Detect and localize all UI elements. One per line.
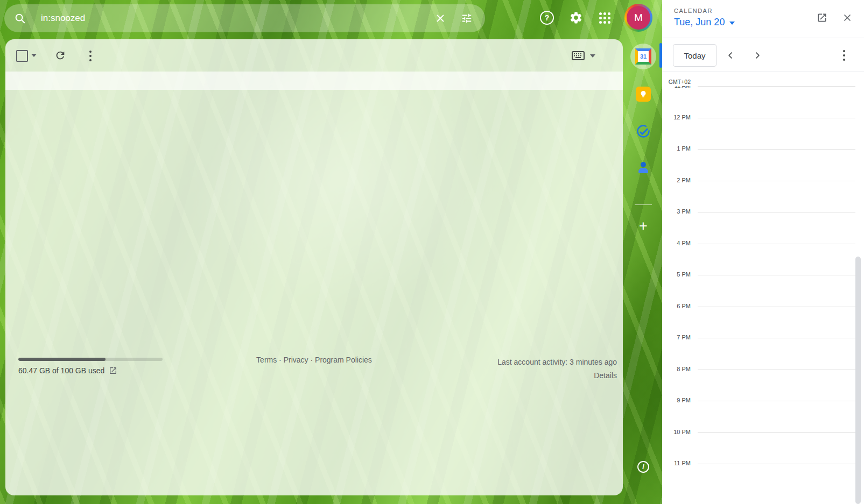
empty-list-row — [5, 72, 623, 90]
input-tools-selector[interactable] — [572, 51, 595, 60]
get-addons-plus-icon[interactable]: + — [636, 218, 651, 233]
contacts-person-icon — [641, 162, 646, 167]
hour-gridline — [698, 149, 855, 150]
hour-gridline — [698, 464, 855, 464]
calendar-grid-header: GMT+02 — [662, 72, 864, 86]
hour-label: 11 PM — [674, 460, 691, 466]
hour-gridline — [698, 275, 855, 275]
keep-tab[interactable] — [636, 87, 651, 102]
info-icon[interactable]: i — [637, 461, 649, 473]
google-apps-icon[interactable] — [598, 11, 611, 24]
footer-link[interactable]: Terms — [256, 356, 277, 364]
keep-bulb-icon — [638, 89, 648, 99]
hour-label: 8 PM — [677, 366, 691, 372]
details-link[interactable]: Details — [497, 369, 617, 382]
hour-label: 1 PM — [677, 145, 691, 152]
keyboard-icon — [572, 51, 585, 60]
footer-link[interactable]: Privacy — [284, 356, 308, 364]
storage-used-text: 60.47 GB of 100 GB used — [18, 366, 104, 375]
hour-label: 5 PM — [677, 271, 691, 278]
account-avatar[interactable]: M — [624, 4, 652, 32]
hour-gridline — [698, 370, 855, 370]
help-icon[interactable]: ? — [540, 11, 554, 25]
hour-gridline — [698, 244, 855, 244]
hour-gridline — [698, 118, 855, 118]
hour-label: 12 PM — [673, 114, 691, 120]
hour-gridline — [698, 401, 855, 401]
search-options-tune-icon[interactable] — [460, 11, 474, 25]
hour-label: 10 PM — [673, 429, 691, 435]
avatar-letter: M — [627, 6, 650, 30]
hour-gridline — [698, 432, 855, 433]
search-bar[interactable] — [4, 4, 485, 32]
mail-content-panel: 60.47 GB of 100 GB used Terms · Privacy … — [5, 39, 623, 495]
calendar-scrollbar[interactable] — [855, 257, 861, 504]
input-tools-caret-icon — [590, 54, 595, 58]
side-strip-divider — [635, 204, 652, 205]
hour-gridline — [698, 338, 855, 338]
calendar-panel: CALENDAR Tue, Jun 20 Today 11 AM12 PM1 P… — [662, 0, 864, 504]
hour-label: 3 PM — [677, 208, 691, 215]
active-tab-indicator — [659, 43, 662, 68]
hour-label: 9 PM — [677, 397, 691, 403]
tasks-icon — [636, 124, 651, 139]
tasks-tab[interactable] — [636, 124, 651, 139]
hour-label: 4 PM — [677, 240, 691, 246]
last-account-activity: Last account activity: 3 minutes ago — [497, 356, 617, 369]
search-input[interactable] — [40, 12, 485, 24]
clear-search-icon[interactable] — [433, 11, 447, 25]
hour-gridline — [698, 181, 855, 181]
hour-gridline — [698, 86, 855, 87]
open-in-new-icon[interactable] — [109, 366, 117, 375]
settings-gear-icon[interactable] — [569, 11, 583, 25]
calendar-tab[interactable]: 31 — [635, 48, 651, 65]
refresh-icon[interactable] — [54, 49, 66, 61]
select-caret-icon[interactable] — [31, 54, 37, 57]
search-icon — [14, 12, 26, 24]
contacts-tab[interactable] — [636, 160, 651, 175]
timezone-label: GMT+02 — [669, 79, 691, 85]
more-options-icon[interactable] — [84, 49, 97, 62]
hour-gridline — [698, 307, 855, 307]
select-all-checkbox[interactable] — [16, 50, 28, 62]
hour-label: 2 PM — [677, 177, 691, 183]
hour-label: 7 PM — [677, 334, 691, 340]
hour-gridline — [698, 212, 855, 212]
hour-label: 6 PM — [677, 303, 691, 309]
footer-link[interactable]: Program Policies — [315, 356, 372, 364]
